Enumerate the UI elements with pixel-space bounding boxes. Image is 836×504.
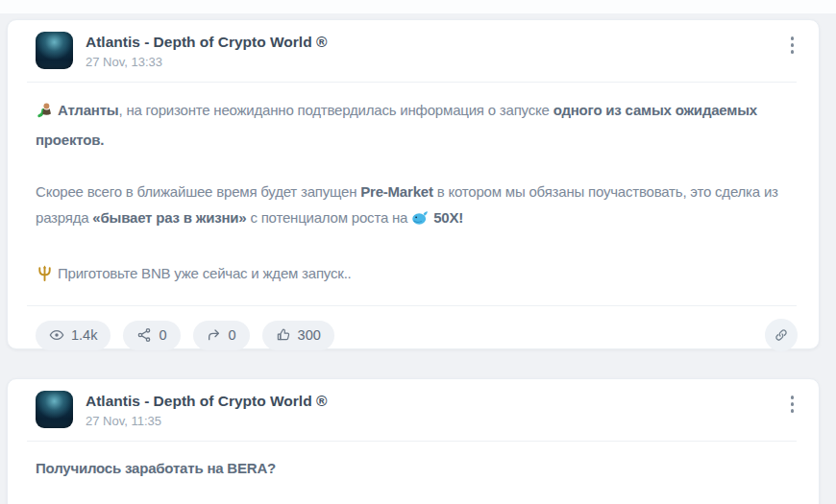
post-stats-bar: 1.4k 0 0 300 [8,306,819,351]
eye-icon [49,327,64,343]
kebab-menu-icon[interactable] [785,32,800,61]
trident-emoji-icon [36,264,54,290]
channel-avatar[interactable] [36,391,73,428]
post-date: 27 Nov, 13:33 [86,55,327,69]
shares-count: 0 [159,327,166,343]
thumbs-up-icon [276,327,291,343]
body-text-bold: Pre-Market [360,183,433,200]
header-meta: Atlantis - Depth of Crypto World ® 27 No… [86,32,327,69]
post-header: Atlantis - Depth of Crypto World ® 27 No… [8,379,819,428]
post-paragraph: Приготовьте BNB уже сейчас и ждем запуск… [36,260,791,290]
post-paragraph: Скорее всего в ближайшее время будет зап… [36,179,791,234]
reactions-stat: 300 [262,321,334,350]
post-body: Атланты, на горизонте неожиданно подтвер… [8,83,819,290]
body-text-bold: 50X! [433,209,463,226]
post-card-2: Atlantis - Depth of Crypto World ® 27 No… [7,378,820,504]
body-text: с потенциалом роста на [246,209,411,226]
forward-arrow-icon [207,327,222,343]
post-body: Получилось заработать на BERA? Poll [8,442,819,504]
link-icon[interactable] [765,319,798,351]
channel-avatar[interactable] [36,32,73,69]
merman-emoji-icon [36,101,54,127]
forwards-count: 0 [229,327,236,343]
header-meta: Atlantis - Depth of Crypto World ® 27 No… [86,391,327,428]
channel-title[interactable]: Atlantis - Depth of Crypto World ® [86,33,327,51]
top-strip [0,0,836,13]
body-text: Приготовьте BNB уже сейчас и ждем запуск… [54,265,352,281]
forwards-stat: 0 [193,321,250,350]
whale-emoji-icon [411,208,430,234]
poll-question: Получилось заработать на BERA? [36,455,791,481]
share-icon [136,327,152,343]
post-card-1: Atlantis - Depth of Crypto World ® 27 No… [7,19,820,349]
reactions-count: 300 [298,327,321,343]
channel-title[interactable]: Atlantis - Depth of Crypto World ® [86,392,327,410]
shares-stat: 0 [123,321,180,350]
views-count: 1.4k [71,327,97,343]
body-text-bold: «бывает раз в жизни» [92,209,246,226]
post-paragraph: Атланты, на горизонте неожиданно подтвер… [36,97,791,153]
body-text: Скорее всего в ближайшее время будет зап… [36,183,360,200]
body-text: , на горизонте неожиданно подтвердилась … [118,102,553,118]
body-text-bold: Атланты [58,102,118,118]
views-stat: 1.4k [36,321,111,350]
post-date: 27 Nov, 11:35 [86,414,327,428]
post-header: Atlantis - Depth of Crypto World ® 27 No… [8,20,819,69]
kebab-menu-icon[interactable] [785,391,800,420]
